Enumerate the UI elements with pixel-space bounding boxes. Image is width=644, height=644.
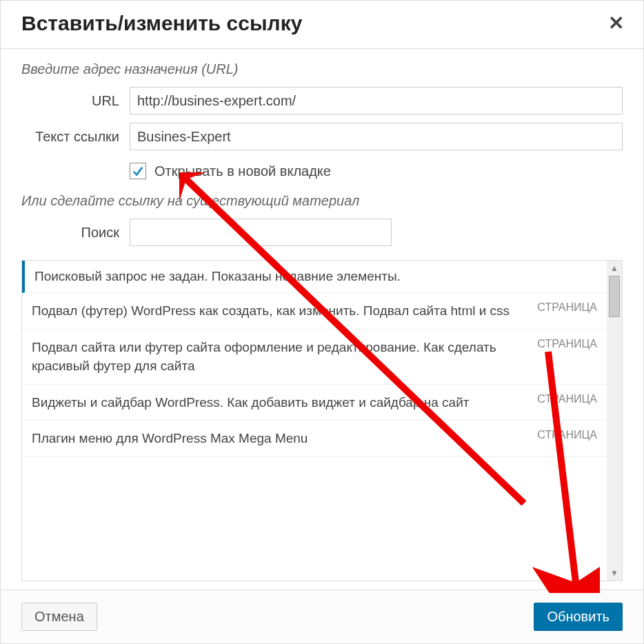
results-header: Поисковый запрос не задан. Показаны неда… [22,261,607,293]
result-title: Виджеты и сайдбар WordPress. Как добавит… [32,393,537,412]
scrollbar[interactable]: ▲ ▼ [607,261,622,581]
scroll-thumb[interactable] [609,276,620,317]
close-icon[interactable]: ✕ [604,10,628,36]
link-dialog: Вставить/изменить ссылку ✕ Введите адрес… [0,0,644,644]
result-item[interactable]: Плагин меню для WordPress Max Mega Menu … [22,421,607,457]
url-row: URL [21,87,623,114]
link-text-row: Текст ссылки [21,123,623,150]
url-input[interactable] [130,87,623,114]
new-tab-row: Открывать в новой вкладке [130,163,623,179]
scroll-down-icon[interactable]: ▼ [607,565,622,581]
link-existing-instruction: Или сделайте ссылку на существующий мате… [21,193,623,209]
url-instruction: Введите адрес назначения (URL) [21,61,623,77]
link-text-label: Текст ссылки [21,129,130,145]
dialog-footer: Отмена Обновить [1,590,643,643]
search-input[interactable] [130,219,392,246]
new-tab-checkbox[interactable] [130,163,146,179]
dialog-header: Вставить/изменить ссылку ✕ [1,1,643,49]
result-title: Подвал (футер) WordPress как создать, ка… [32,301,537,321]
url-label: URL [21,93,130,109]
dialog-body: Введите адрес назначения (URL) URL Текст… [1,49,643,590]
result-item[interactable]: Подвал (футер) WordPress как создать, ка… [22,293,607,330]
results-list[interactable]: Поисковый запрос не задан. Показаны неда… [22,261,622,581]
result-item[interactable]: Виджеты и сайдбар WordPress. Как добавит… [22,385,607,421]
cancel-button[interactable]: Отмена [21,603,97,631]
result-title: Плагин меню для WordPress Max Mega Menu [32,429,537,448]
submit-button[interactable]: Обновить [534,603,623,631]
search-label: Поиск [21,225,130,241]
checkmark-icon [132,165,144,177]
new-tab-label: Открывать в новой вкладке [154,163,331,179]
result-type: СТРАНИЦА [537,429,597,441]
dialog-title: Вставить/изменить ссылку [21,12,302,35]
result-item[interactable]: Подвал сайта или футер сайта оформление … [22,330,607,385]
result-type: СТРАНИЦА [537,338,597,350]
results-panel: Поисковый запрос не задан. Показаны неда… [21,260,623,581]
scroll-up-icon[interactable]: ▲ [607,261,622,276]
link-text-input[interactable] [130,123,623,150]
result-type: СТРАНИЦА [537,393,597,405]
search-row: Поиск [21,219,623,246]
result-title: Подвал сайта или футер сайта оформление … [32,338,537,376]
result-type: СТРАНИЦА [537,301,597,314]
